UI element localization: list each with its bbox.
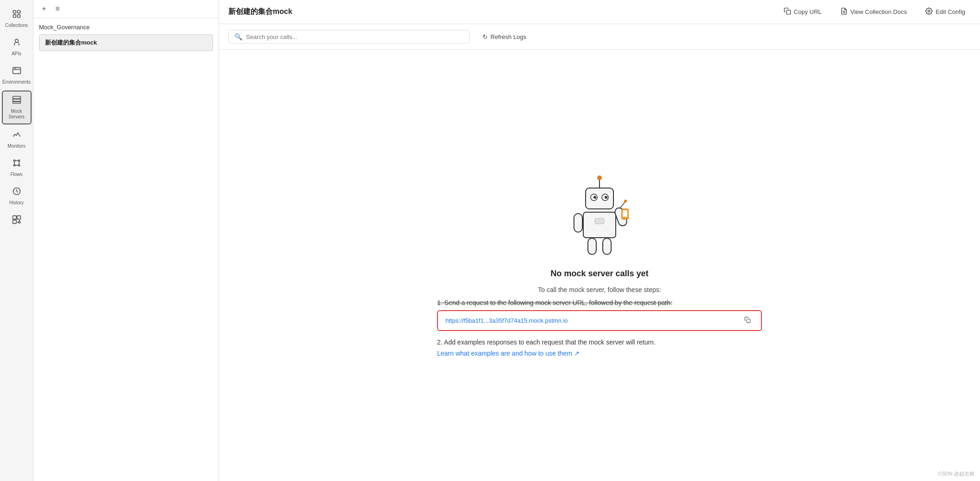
list-panel-header: + ≡ — [33, 0, 219, 18]
svg-rect-22 — [13, 220, 16, 224]
view-docs-label: View Collection Docs — [851, 8, 907, 15]
apis-icon — [12, 38, 21, 49]
svg-rect-37 — [583, 212, 616, 238]
page-title: 新创建的集合mock — [228, 7, 771, 17]
copy-url-label: Copy URL — [794, 8, 822, 15]
sidebar-item-collections-label: Collections — [5, 23, 28, 28]
sidebar-item-environments-label: Environments — [2, 79, 31, 85]
svg-point-35 — [593, 196, 596, 199]
arrows-overlay — [219, 50, 980, 481]
search-input-wrap: 🔍 — [228, 30, 470, 44]
main-header: 新创建的集合mock Copy URL View Collection Docs… — [219, 0, 980, 24]
collection-name: Mock_Governance — [39, 22, 213, 32]
mock-server-url: https://f5ba1f1...3a35f7d74a15.mock.pstm… — [445, 317, 737, 324]
refresh-logs-button[interactable]: ↻ Refresh Logs — [477, 31, 532, 43]
refresh-icon: ↻ — [483, 33, 488, 40]
sidebar-item-history[interactable]: History — [2, 183, 32, 209]
svg-rect-5 — [13, 67, 20, 73]
search-input[interactable] — [246, 33, 464, 40]
empty-description: To call the mock server, follow these st… — [538, 286, 661, 293]
view-docs-button[interactable]: View Collection Docs — [835, 5, 913, 19]
mock-server-item[interactable]: 新创建的集合mock — [39, 34, 213, 51]
main-panel: 新创建的集合mock Copy URL View Collection Docs… — [219, 0, 980, 481]
learn-link[interactable]: Learn what examples are and how to use t… — [437, 350, 762, 357]
list-panel: + ≡ Mock_Governance 新创建的集合mock — [33, 0, 219, 481]
svg-rect-38 — [595, 218, 604, 224]
svg-point-11 — [13, 160, 15, 161]
svg-rect-2 — [13, 15, 16, 18]
sidebar-item-environments[interactable]: Environments — [2, 62, 32, 89]
svg-rect-42 — [623, 210, 627, 217]
main-content: No mock server calls yet To call the moc… — [219, 50, 980, 481]
svg-point-31 — [597, 176, 602, 180]
svg-rect-23 — [19, 221, 20, 223]
svg-point-14 — [18, 164, 19, 166]
robot-illustration — [567, 174, 632, 258]
svg-point-46 — [624, 200, 627, 202]
copy-url-button[interactable]: Copy URL — [778, 5, 827, 19]
svg-line-45 — [620, 202, 625, 208]
svg-rect-21 — [17, 216, 20, 220]
sidebar-item-mock-servers[interactable]: Mock Servers — [2, 91, 32, 124]
svg-rect-32 — [586, 188, 613, 209]
docs-icon — [840, 7, 848, 16]
widgets-icon — [12, 215, 21, 227]
refresh-logs-label: Refresh Logs — [490, 33, 526, 40]
svg-rect-47 — [747, 319, 750, 323]
add-button[interactable]: + — [39, 4, 49, 14]
svg-rect-0 — [13, 11, 16, 13]
svg-rect-39 — [574, 214, 582, 232]
svg-rect-9 — [13, 99, 20, 101]
url-box: https://f5ba1f1...3a35f7d74a15.mock.pstm… — [437, 310, 762, 331]
watermark: CSDN @赵志斌 — [938, 470, 974, 477]
config-icon — [925, 7, 933, 16]
flows-icon — [12, 158, 21, 170]
svg-rect-20 — [13, 216, 16, 220]
sidebar-item-monitors[interactable]: Monitors — [2, 126, 32, 153]
svg-point-36 — [605, 196, 607, 199]
sidebar-item-mock-servers-label: Mock Servers — [5, 109, 29, 120]
svg-rect-8 — [13, 97, 20, 99]
sidebar-item-apis[interactable]: APIs — [2, 34, 32, 60]
sidebar: Collections APIs Environments Mock Serve… — [0, 0, 33, 481]
svg-point-13 — [13, 164, 15, 166]
edit-config-label: Edit Config — [935, 8, 965, 15]
copy-url-icon-button[interactable] — [741, 316, 754, 325]
svg-rect-26 — [787, 10, 791, 14]
search-icon: 🔍 — [234, 33, 242, 40]
copy-icon — [784, 7, 791, 16]
sidebar-item-monitors-label: Monitors — [7, 143, 25, 149]
empty-title: No mock server calls yet — [550, 269, 648, 279]
step2-text: 2. Add examples responses to each reques… — [437, 338, 762, 346]
step1-text: 1. Send a request to the following mock … — [437, 299, 762, 306]
filter-button[interactable]: ≡ — [52, 4, 62, 14]
sidebar-item-widgets[interactable] — [2, 211, 32, 230]
history-icon — [12, 187, 21, 198]
svg-point-12 — [18, 160, 19, 161]
collection-group: Mock_Governance 新创建的集合mock — [33, 18, 219, 55]
svg-rect-44 — [603, 238, 611, 254]
sidebar-item-collections[interactable]: Collections — [2, 6, 32, 32]
collections-icon — [12, 9, 21, 21]
sidebar-item-apis-label: APIs — [12, 51, 21, 57]
sidebar-item-flows-label: Flows — [10, 172, 22, 177]
svg-point-29 — [928, 10, 930, 12]
mock-servers-icon — [12, 95, 21, 107]
environments-icon — [12, 66, 21, 78]
svg-rect-1 — [17, 11, 20, 13]
search-bar: 🔍 ↻ Refresh Logs — [219, 24, 980, 50]
edit-config-button[interactable]: Edit Config — [920, 5, 971, 19]
sidebar-item-flows[interactable]: Flows — [2, 155, 32, 181]
svg-rect-43 — [588, 238, 596, 254]
sidebar-item-history-label: History — [9, 200, 24, 206]
monitors-icon — [12, 130, 21, 142]
svg-point-4 — [15, 39, 18, 42]
svg-rect-10 — [13, 102, 20, 103]
svg-rect-3 — [17, 15, 20, 18]
